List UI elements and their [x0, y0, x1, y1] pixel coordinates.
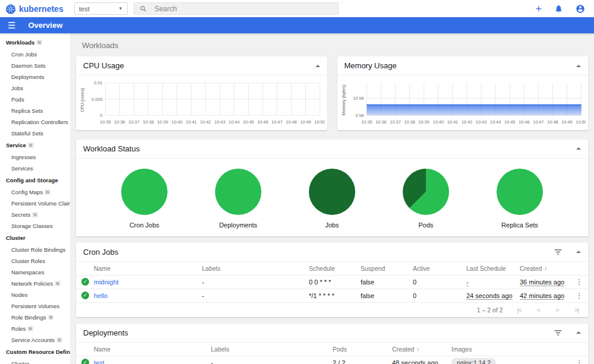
- col-created-sorted[interactable]: Created↑: [520, 265, 570, 272]
- notifications-bell-icon[interactable]: [554, 4, 563, 13]
- charts-row: CPU Usage 00.0050.0110:3510:3610:3710:38…: [76, 56, 588, 130]
- col-labels[interactable]: Labels: [211, 346, 333, 353]
- cell-labels: -: [211, 359, 333, 364]
- svg-text:10:47: 10:47: [271, 119, 283, 125]
- col-labels[interactable]: Labels: [202, 265, 309, 272]
- sidebar-item-jobs[interactable]: Jobs: [0, 83, 70, 94]
- namespace-selector[interactable]: test ▼: [74, 2, 128, 15]
- memory-usage-card: Memory Usage 0 Mi10 Mi10:3510:3610:3710:…: [337, 56, 589, 130]
- sidebar-item-daemon-sets[interactable]: Daemon Sets: [0, 60, 70, 71]
- svg-text:10:43: 10:43: [475, 119, 486, 125]
- sidebar-item-role-bindings[interactable]: Role BindingsN: [0, 312, 70, 323]
- collapse-caret-icon[interactable]: [576, 147, 581, 150]
- sort-asc-icon: ↑: [544, 265, 547, 272]
- svg-text:10:46: 10:46: [519, 119, 530, 125]
- deployments-title: Deployments: [83, 328, 128, 337]
- filter-icon[interactable]: [554, 249, 562, 255]
- collapse-caret-icon[interactable]: [576, 65, 581, 67]
- hamburger-menu-icon[interactable]: ☰: [0, 21, 15, 30]
- col-suspend[interactable]: Suspend: [361, 265, 413, 272]
- sidebar-item-nodes[interactable]: Nodes: [0, 289, 70, 300]
- status-pie-deployments[interactable]: [215, 169, 261, 215]
- sidebar-item-replica-sets[interactable]: Replica Sets: [0, 105, 70, 116]
- col-active[interactable]: Active: [413, 265, 466, 272]
- collapse-caret-icon[interactable]: [576, 331, 581, 334]
- sidebar-item-cron-jobs[interactable]: Cron Jobs: [0, 49, 70, 60]
- pie-label: Jobs: [325, 221, 339, 229]
- deployments-table-header: Name Labels Pods Created↑ Images: [76, 343, 588, 356]
- last-page-icon[interactable]: >|: [574, 306, 579, 314]
- workload-status-card: Workload Status Cron JobsDeploymentsJobs…: [76, 140, 588, 236]
- account-user-icon[interactable]: [576, 4, 585, 14]
- sidebar-item-service-accounts[interactable]: Service AccountsN: [0, 334, 70, 346]
- kubernetes-helm-icon: [5, 4, 16, 14]
- sidebar-group-cluster: Cluster: [0, 232, 70, 244]
- cell-suspend: false: [361, 278, 413, 286]
- sidebar-item-stateful-sets[interactable]: Stateful Sets: [0, 128, 70, 139]
- sidebar-item-cluster-roles[interactable]: Cluster Roles: [0, 255, 70, 267]
- col-images[interactable]: Images: [451, 346, 570, 353]
- workload-status-item-deployments: Deployments: [215, 169, 261, 229]
- cell-created: 48 seconds ago: [392, 359, 438, 364]
- sidebar-item-cluster[interactable]: Cluster: [0, 358, 70, 364]
- deployment-name-link[interactable]: test: [94, 359, 211, 364]
- sidebar-item-replication-controllers[interactable]: Replication Controllers: [0, 116, 70, 128]
- sidebar-item-namespaces[interactable]: Namespaces: [0, 267, 70, 278]
- table-row[interactable]: ✓ midnight - 0 0 * * * false 0 - 36 minu…: [76, 275, 588, 289]
- status-pie-pods[interactable]: [403, 169, 449, 215]
- sidebar-item-cluster-role-bindings[interactable]: Cluster Role Bindings: [0, 244, 70, 255]
- status-ok-icon: ✓: [81, 359, 89, 364]
- col-created-sorted[interactable]: Created↑: [392, 346, 451, 353]
- sidebar-item-config-maps[interactable]: Config MapsN: [0, 186, 70, 198]
- collapse-caret-icon[interactable]: [315, 65, 320, 67]
- status-ok-icon: ✓: [81, 292, 89, 299]
- sidebar-item-pods[interactable]: Pods: [0, 94, 70, 105]
- kubernetes-logo[interactable]: kubernetes: [0, 4, 69, 14]
- sidebar-group-service[interactable]: ServiceN: [0, 139, 70, 151]
- sidebar-item-persistent-volume-claims[interactable]: Persistent Volume ClaimsN: [0, 198, 70, 209]
- toolbar-title: Overview: [28, 21, 62, 30]
- pie-label: Pods: [418, 221, 433, 229]
- row-menu-kebab-icon[interactable]: ⋮: [570, 358, 588, 364]
- cronjob-name-link[interactable]: midnight: [94, 278, 202, 286]
- first-page-icon[interactable]: |<: [517, 306, 522, 314]
- collapse-caret-icon[interactable]: [576, 251, 581, 253]
- next-page-icon[interactable]: >: [555, 306, 558, 314]
- col-last-schedule[interactable]: Last Schedule: [466, 265, 520, 272]
- col-pods[interactable]: Pods: [333, 346, 392, 353]
- cell-last-schedule: -: [466, 278, 469, 286]
- status-pie-jobs[interactable]: [309, 169, 355, 215]
- sidebar-item-storage-classes[interactable]: Storage Classes: [0, 220, 70, 232]
- sidebar-item-services[interactable]: Services: [0, 163, 70, 174]
- prev-page-icon[interactable]: <: [537, 306, 540, 314]
- sidebar-item-ingresses[interactable]: Ingresses: [0, 151, 70, 163]
- status-pie-cron-jobs[interactable]: [121, 169, 168, 215]
- cron-jobs-title: Cron Jobs: [83, 248, 118, 257]
- workload-status-item-pods: Pods: [403, 169, 449, 229]
- sidebar-item-roles[interactable]: RolesN: [0, 323, 70, 334]
- svg-text:10:45: 10:45: [504, 119, 515, 125]
- search-input[interactable]: [154, 5, 333, 13]
- sidebar-item-deployments[interactable]: Deployments: [0, 71, 70, 83]
- row-menu-kebab-icon[interactable]: ⋮: [570, 277, 588, 286]
- cronjob-name-link[interactable]: hello: [94, 292, 202, 299]
- sidebar-item-persistent-volumes[interactable]: Persistent Volumes: [0, 300, 70, 312]
- workload-status-item-jobs: Jobs: [309, 169, 355, 229]
- svg-text:0: 0: [100, 113, 102, 118]
- cell-labels: -: [202, 292, 309, 299]
- search-bar[interactable]: [134, 2, 339, 15]
- sidebar-group-workloads[interactable]: WorkloadsN: [0, 36, 70, 49]
- col-name[interactable]: Name: [94, 265, 202, 272]
- table-row[interactable]: ✓ hello - */1 * * * * false 0 24 seconds…: [76, 289, 588, 302]
- svg-text:10:41: 10:41: [447, 119, 458, 125]
- workload-status-item-cron-jobs: Cron Jobs: [121, 169, 168, 229]
- create-resource-plus-icon[interactable]: +: [535, 4, 542, 14]
- table-row[interactable]: ✓ test - 2 / 2 48 seconds ago nginx:1.14…: [76, 356, 588, 364]
- sidebar-item-network-policies[interactable]: Network PoliciesN: [0, 278, 70, 289]
- col-schedule[interactable]: Schedule: [309, 265, 361, 272]
- filter-icon[interactable]: [554, 330, 562, 336]
- sidebar-item-secrets[interactable]: SecretsN: [0, 209, 70, 220]
- col-name[interactable]: Name: [94, 346, 211, 353]
- row-menu-kebab-icon[interactable]: ⋮: [570, 291, 588, 300]
- status-pie-replica-sets[interactable]: [497, 169, 543, 215]
